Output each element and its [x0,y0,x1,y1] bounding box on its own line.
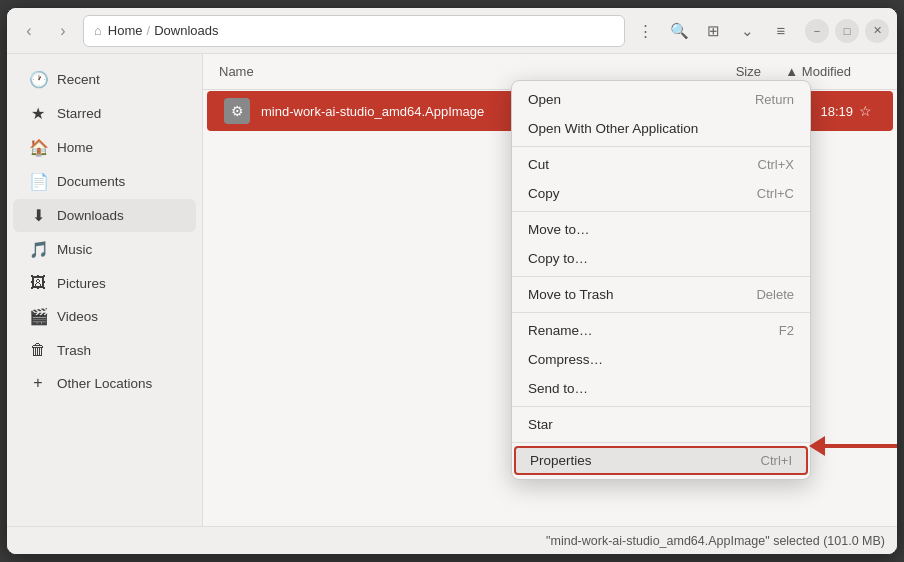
ctx-properties[interactable]: Properties Ctrl+I [514,446,808,475]
file-star[interactable]: ☆ [853,103,877,119]
sidebar-item-music[interactable]: 🎵 Music [13,233,196,266]
music-icon: 🎵 [29,240,47,259]
ctx-properties-label: Properties [530,453,592,468]
header-modified-label: Modified [802,64,851,79]
back-icon: ‹ [26,22,31,40]
header-name: Name [219,64,661,79]
grid-icon: ⊞ [707,22,720,40]
view-chevron-button[interactable]: ⌄ [733,17,761,45]
main-content: 🕐 Recent ★ Starred 🏠 Home 📄 Documents ⬇ … [7,54,897,526]
sidebar-item-home[interactable]: 🏠 Home [13,131,196,164]
arrow-annotation [821,444,897,448]
ctx-copy-to[interactable]: Copy to… [512,244,810,273]
sidebar-label-videos: Videos [57,309,98,324]
sidebar-label-home: Home [57,140,93,155]
forward-button[interactable]: › [49,17,77,45]
sidebar-item-pictures[interactable]: 🖼 Pictures [13,267,196,299]
videos-icon: 🎬 [29,307,47,326]
appimage-icon: ⚙ [224,98,250,124]
search-button[interactable]: 🔍 [665,17,693,45]
ctx-open-with[interactable]: Open With Other Application [512,114,810,143]
modified-sort-icon: ▲ [785,64,798,79]
ctx-move-to-trash-label: Move to Trash [528,287,614,302]
header-modified: ▲ Modified [761,64,881,79]
header-size: Size [661,64,761,79]
ctx-move-to-trash-shortcut: Delete [756,287,794,302]
ctx-rename-shortcut: F2 [779,323,794,338]
file-area: Name Size ▲ Modified ⚙ mind-work-ai-stud… [203,54,897,526]
close-button[interactable]: ✕ [865,19,889,43]
path-home: Home [108,23,143,38]
ctx-move-to-trash[interactable]: Move to Trash Delete [512,280,810,309]
sidebar-label-starred: Starred [57,106,101,121]
sidebar-item-videos[interactable]: 🎬 Videos [13,300,196,333]
recent-icon: 🕐 [29,70,47,89]
sidebar: 🕐 Recent ★ Starred 🏠 Home 📄 Documents ⬇ … [7,54,203,526]
ctx-separator-3 [512,276,810,277]
path-separator: / [147,23,151,38]
sidebar-label-documents: Documents [57,174,125,189]
sidebar-label-other-locations: Other Locations [57,376,152,391]
sidebar-item-trash[interactable]: 🗑 Trash [13,334,196,366]
path-bar[interactable]: ⌂ Home / Downloads [83,15,625,47]
ctx-separator-2 [512,211,810,212]
ctx-cut-label: Cut [528,157,549,172]
statusbar-text: "mind-work-ai-studio_amd64.AppImage" sel… [546,534,885,548]
pictures-icon: 🖼 [29,274,47,292]
ctx-compress-label: Compress… [528,352,603,367]
ctx-open[interactable]: Open Return [512,85,810,114]
back-button[interactable]: ‹ [15,17,43,45]
hamburger-button[interactable]: ≡ [767,17,795,45]
ctx-copy-label: Copy [528,186,560,201]
ctx-open-label: Open [528,92,561,107]
documents-icon: 📄 [29,172,47,191]
path-current: Downloads [154,23,218,38]
home-sidebar-icon: 🏠 [29,138,47,157]
ctx-send-to-label: Send to… [528,381,588,396]
chevron-icon: ⌄ [741,22,754,40]
ctx-copy[interactable]: Copy Ctrl+C [512,179,810,208]
sidebar-item-downloads[interactable]: ⬇ Downloads [13,199,196,232]
titlebar: ‹ › ⌂ Home / Downloads ⋮ 🔍 ⊞ ⌄ ≡ − [7,8,897,54]
context-menu: Open Return Open With Other Application … [511,80,811,480]
ctx-separator-1 [512,146,810,147]
sidebar-item-recent[interactable]: 🕐 Recent [13,63,196,96]
window-controls: − □ ✕ [805,19,889,43]
ctx-move-to[interactable]: Move to… [512,215,810,244]
sidebar-label-pictures: Pictures [57,276,106,291]
ctx-properties-shortcut: Ctrl+I [761,453,792,468]
ctx-cut[interactable]: Cut Ctrl+X [512,150,810,179]
ctx-copy-to-label: Copy to… [528,251,588,266]
ctx-compress[interactable]: Compress… [512,345,810,374]
ctx-send-to[interactable]: Send to… [512,374,810,403]
trash-icon: 🗑 [29,341,47,359]
overflow-menu-button[interactable]: ⋮ [631,17,659,45]
ctx-separator-5 [512,406,810,407]
sidebar-item-other-locations[interactable]: + Other Locations [13,367,196,399]
hamburger-icon: ≡ [777,22,786,39]
forward-icon: › [60,22,65,40]
maximize-button[interactable]: □ [835,19,859,43]
minimize-button[interactable]: − [805,19,829,43]
file-manager-window: ‹ › ⌂ Home / Downloads ⋮ 🔍 ⊞ ⌄ ≡ − [6,7,898,555]
statusbar: "mind-work-ai-studio_amd64.AppImage" sel… [7,526,897,554]
ctx-star[interactable]: Star [512,410,810,439]
sidebar-label-recent: Recent [57,72,100,87]
close-icon: ✕ [873,24,882,37]
sidebar-label-downloads: Downloads [57,208,124,223]
ctx-rename[interactable]: Rename… F2 [512,316,810,345]
ctx-copy-shortcut: Ctrl+C [757,186,794,201]
sidebar-label-trash: Trash [57,343,91,358]
sidebar-item-starred[interactable]: ★ Starred [13,97,196,130]
ctx-rename-label: Rename… [528,323,593,338]
ctx-open-shortcut: Return [755,92,794,107]
file-icon: ⚙ [223,97,251,125]
ctx-separator-6 [512,442,810,443]
view-grid-button[interactable]: ⊞ [699,17,727,45]
sidebar-item-documents[interactable]: 📄 Documents [13,165,196,198]
arrow-line [821,444,897,448]
home-icon: ⌂ [94,23,102,38]
ctx-move-to-label: Move to… [528,222,590,237]
downloads-icon: ⬇ [29,206,47,225]
ctx-star-label: Star [528,417,553,432]
